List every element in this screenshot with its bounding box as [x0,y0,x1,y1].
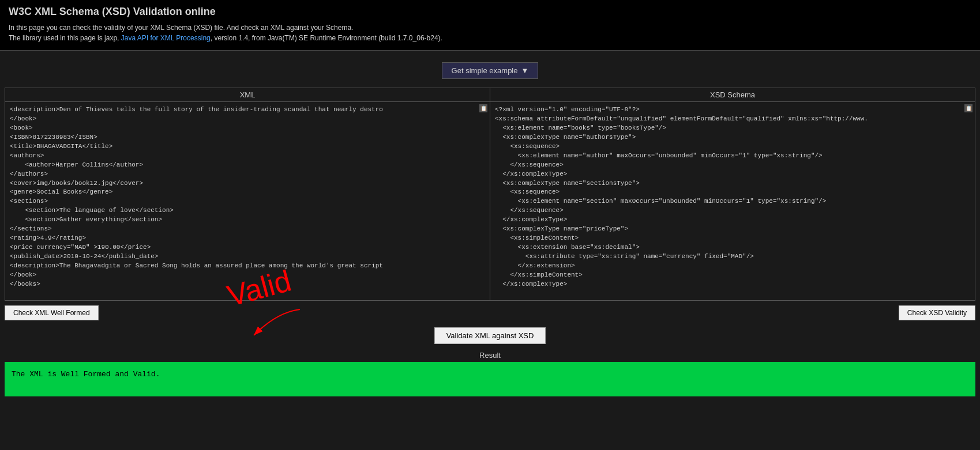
jaxp-link[interactable]: Java API for XML Processing [121,34,211,42]
result-text: The XML is Well Formed and Valid. [12,370,160,379]
get-example-button[interactable]: Get simple example ▼ [442,62,539,79]
check-xsd-button[interactable]: Check XSD Validity [899,305,975,320]
page-header: W3C XML Schema (XSD) Validation online I… [0,0,980,51]
xml-copy-icon[interactable]: 📋 [479,104,487,112]
get-example-section: Get simple example ▼ [0,51,980,88]
check-buttons-row: Check XML Well Formed Valid Check XSD Va… [0,301,980,325]
xml-editor-area[interactable]: 📋 <description>Den of Thieves tells the … [5,102,490,300]
result-box: The XML is Well Formed and Valid. [5,362,975,396]
editors-container: XML 📋 <description>Den of Thieves tells … [0,88,980,301]
xsd-copy-icon[interactable]: 📋 [964,104,973,112]
check-xml-button[interactable]: Check XML Well Formed [5,305,99,320]
validate-button[interactable]: Validate XML against XSD [434,327,546,344]
validate-center: Validate XML against XSD [0,325,980,349]
desc2-suffix: , version 1.4, from Java(TM) SE Runtime … [211,34,442,42]
dropdown-arrow-icon: ▼ [521,66,529,75]
xml-panel-label: XML [5,88,490,102]
desc-line1: In this page you can check the validity … [9,22,971,33]
xsd-content[interactable]: <?xml version="1.0" encoding="UTF-8"?> <… [490,102,975,300]
xsd-editor-panel: XSD Schema 📋 <?xml version="1.0" encodin… [490,88,975,301]
desc2-prefix: The library used in this page is jaxp, [9,34,121,42]
xml-content[interactable]: <description>Den of Thieves tells the fu… [5,102,490,300]
page-title: W3C XML Schema (XSD) Validation online [9,6,971,18]
xml-editor-panel: XML 📋 <description>Den of Thieves tells … [5,88,490,301]
xsd-editor-area[interactable]: 📋 <?xml version="1.0" encoding="UTF-8"?>… [490,102,975,300]
get-example-label: Get simple example [452,66,518,75]
result-label: Result [0,349,980,362]
xsd-panel-label: XSD Schema [490,88,975,102]
desc-line2: The library used in this page is jaxp, J… [9,33,971,43]
